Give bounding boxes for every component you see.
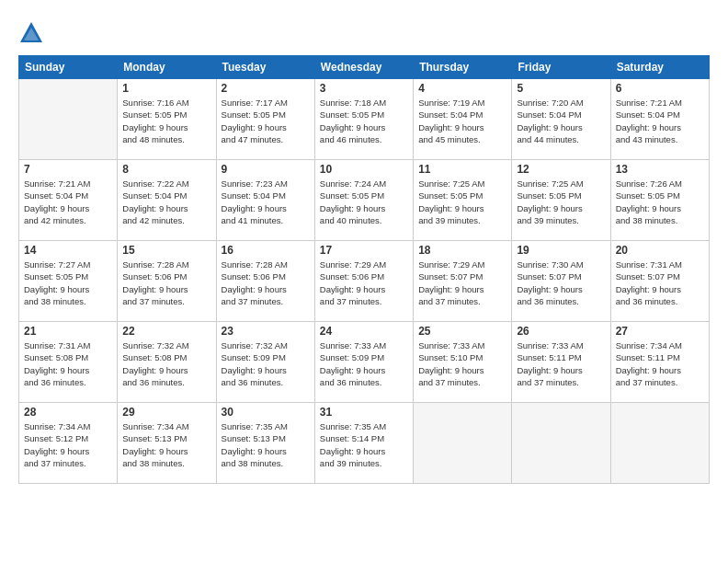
- day-of-week-header: Tuesday: [216, 56, 314, 79]
- day-number: 19: [517, 244, 605, 257]
- day-info: Sunrise: 7:25 AM Sunset: 5:05 PM Dayligh…: [418, 178, 506, 226]
- day-of-week-header: Friday: [512, 56, 610, 79]
- calendar-cell: 2Sunrise: 7:17 AM Sunset: 5:05 PM Daylig…: [216, 79, 314, 160]
- day-number: 27: [616, 325, 704, 338]
- day-info: Sunrise: 7:19 AM Sunset: 5:04 PM Dayligh…: [418, 97, 506, 145]
- calendar-cell: 10Sunrise: 7:24 AM Sunset: 5:05 PM Dayli…: [314, 160, 413, 241]
- calendar-cell: 11Sunrise: 7:25 AM Sunset: 5:05 PM Dayli…: [414, 160, 512, 241]
- calendar-cell: 17Sunrise: 7:29 AM Sunset: 5:06 PM Dayli…: [314, 241, 413, 322]
- week-row: 21Sunrise: 7:31 AM Sunset: 5:08 PM Dayli…: [19, 322, 710, 403]
- calendar-cell: 30Sunrise: 7:35 AM Sunset: 5:13 PM Dayli…: [216, 403, 314, 484]
- calendar-cell: 15Sunrise: 7:28 AM Sunset: 5:06 PM Dayli…: [118, 241, 216, 322]
- day-info: Sunrise: 7:27 AM Sunset: 5:05 PM Dayligh…: [24, 259, 112, 307]
- day-number: 15: [122, 244, 210, 257]
- calendar-cell: 28Sunrise: 7:34 AM Sunset: 5:12 PM Dayli…: [19, 403, 118, 484]
- day-number: 20: [616, 244, 704, 257]
- day-number: 28: [24, 406, 112, 419]
- day-number: 1: [122, 82, 210, 95]
- week-row: 14Sunrise: 7:27 AM Sunset: 5:05 PM Dayli…: [19, 241, 710, 322]
- day-number: 10: [320, 163, 408, 176]
- day-info: Sunrise: 7:29 AM Sunset: 5:06 PM Dayligh…: [320, 259, 408, 307]
- day-info: Sunrise: 7:25 AM Sunset: 5:05 PM Dayligh…: [517, 178, 605, 226]
- day-number: 14: [24, 244, 112, 257]
- calendar-cell: 4Sunrise: 7:19 AM Sunset: 5:04 PM Daylig…: [414, 79, 512, 160]
- day-info: Sunrise: 7:16 AM Sunset: 5:05 PM Dayligh…: [122, 97, 210, 145]
- calendar-cell: 23Sunrise: 7:32 AM Sunset: 5:09 PM Dayli…: [216, 322, 314, 403]
- calendar-cell: 20Sunrise: 7:31 AM Sunset: 5:07 PM Dayli…: [610, 241, 709, 322]
- day-info: Sunrise: 7:21 AM Sunset: 5:04 PM Dayligh…: [24, 178, 112, 226]
- day-info: Sunrise: 7:34 AM Sunset: 5:13 PM Dayligh…: [122, 420, 210, 469]
- day-info: Sunrise: 7:31 AM Sunset: 5:08 PM Dayligh…: [24, 339, 112, 388]
- calendar-cell: 29Sunrise: 7:34 AM Sunset: 5:13 PM Dayli…: [118, 403, 216, 484]
- calendar-cell: 22Sunrise: 7:32 AM Sunset: 5:08 PM Dayli…: [118, 322, 216, 403]
- calendar-cell: 21Sunrise: 7:31 AM Sunset: 5:08 PM Dayli…: [19, 322, 118, 403]
- day-info: Sunrise: 7:32 AM Sunset: 5:09 PM Dayligh…: [222, 339, 310, 388]
- day-number: 7: [24, 163, 112, 176]
- days-header-row: SundayMondayTuesdayWednesdayThursdayFrid…: [19, 56, 710, 79]
- calendar-cell: 12Sunrise: 7:25 AM Sunset: 5:05 PM Dayli…: [512, 160, 610, 241]
- day-number: 8: [122, 163, 210, 176]
- day-number: 3: [320, 82, 408, 95]
- calendar-cell: [19, 79, 118, 160]
- day-number: 30: [222, 406, 310, 419]
- header: [18, 17, 710, 46]
- calendar-cell: [610, 403, 709, 484]
- day-info: Sunrise: 7:28 AM Sunset: 5:06 PM Dayligh…: [222, 259, 310, 307]
- calendar-cell: 31Sunrise: 7:35 AM Sunset: 5:14 PM Dayli…: [314, 403, 413, 484]
- day-of-week-header: Sunday: [19, 56, 118, 79]
- calendar-cell: 27Sunrise: 7:34 AM Sunset: 5:11 PM Dayli…: [610, 322, 709, 403]
- day-info: Sunrise: 7:35 AM Sunset: 5:13 PM Dayligh…: [222, 420, 310, 469]
- day-info: Sunrise: 7:32 AM Sunset: 5:08 PM Dayligh…: [122, 339, 210, 388]
- calendar-cell: 5Sunrise: 7:20 AM Sunset: 5:04 PM Daylig…: [512, 79, 610, 160]
- day-number: 23: [222, 325, 310, 338]
- day-number: 17: [320, 244, 408, 257]
- day-number: 12: [517, 163, 605, 176]
- day-number: 2: [222, 82, 310, 95]
- day-info: Sunrise: 7:17 AM Sunset: 5:05 PM Dayligh…: [222, 97, 310, 145]
- calendar-cell: 25Sunrise: 7:33 AM Sunset: 5:10 PM Dayli…: [414, 322, 512, 403]
- calendar-cell: [414, 403, 512, 484]
- calendar-cell: [512, 403, 610, 484]
- day-number: 5: [517, 82, 605, 95]
- page: SundayMondayTuesdayWednesdayThursdayFrid…: [0, 0, 728, 563]
- calendar-cell: 16Sunrise: 7:28 AM Sunset: 5:06 PM Dayli…: [216, 241, 314, 322]
- day-number: 6: [616, 82, 704, 95]
- calendar-cell: 26Sunrise: 7:33 AM Sunset: 5:11 PM Dayli…: [512, 322, 610, 403]
- day-number: 13: [616, 163, 704, 176]
- day-info: Sunrise: 7:28 AM Sunset: 5:06 PM Dayligh…: [122, 259, 210, 307]
- calendar-cell: 9Sunrise: 7:23 AM Sunset: 5:04 PM Daylig…: [216, 160, 314, 241]
- day-of-week-header: Thursday: [414, 56, 512, 79]
- day-info: Sunrise: 7:22 AM Sunset: 5:04 PM Dayligh…: [122, 178, 210, 226]
- calendar-cell: 19Sunrise: 7:30 AM Sunset: 5:07 PM Dayli…: [512, 241, 610, 322]
- day-of-week-header: Wednesday: [314, 56, 413, 79]
- day-info: Sunrise: 7:21 AM Sunset: 5:04 PM Dayligh…: [616, 97, 704, 145]
- week-row: 7Sunrise: 7:21 AM Sunset: 5:04 PM Daylig…: [19, 160, 710, 241]
- day-info: Sunrise: 7:33 AM Sunset: 5:11 PM Dayligh…: [517, 339, 605, 388]
- day-of-week-header: Monday: [118, 56, 216, 79]
- calendar-cell: 13Sunrise: 7:26 AM Sunset: 5:05 PM Dayli…: [610, 160, 709, 241]
- week-row: 1Sunrise: 7:16 AM Sunset: 5:05 PM Daylig…: [19, 79, 710, 160]
- day-info: Sunrise: 7:35 AM Sunset: 5:14 PM Dayligh…: [320, 420, 408, 469]
- calendar-cell: 6Sunrise: 7:21 AM Sunset: 5:04 PM Daylig…: [610, 79, 709, 160]
- day-info: Sunrise: 7:23 AM Sunset: 5:04 PM Dayligh…: [222, 178, 310, 226]
- logo: [18, 20, 48, 46]
- day-number: 18: [418, 244, 506, 257]
- day-number: 21: [24, 325, 112, 338]
- day-info: Sunrise: 7:18 AM Sunset: 5:05 PM Dayligh…: [320, 97, 408, 145]
- day-info: Sunrise: 7:20 AM Sunset: 5:04 PM Dayligh…: [517, 97, 605, 145]
- day-info: Sunrise: 7:34 AM Sunset: 5:12 PM Dayligh…: [24, 420, 112, 469]
- calendar-cell: 24Sunrise: 7:33 AM Sunset: 5:09 PM Dayli…: [314, 322, 413, 403]
- day-number: 9: [222, 163, 310, 176]
- calendar-cell: 14Sunrise: 7:27 AM Sunset: 5:05 PM Dayli…: [19, 241, 118, 322]
- calendar-cell: 3Sunrise: 7:18 AM Sunset: 5:05 PM Daylig…: [314, 79, 413, 160]
- week-row: 28Sunrise: 7:34 AM Sunset: 5:12 PM Dayli…: [19, 403, 710, 484]
- calendar-table: SundayMondayTuesdayWednesdayThursdayFrid…: [18, 55, 710, 484]
- day-number: 26: [517, 325, 605, 338]
- day-number: 22: [122, 325, 210, 338]
- logo-icon: [18, 20, 44, 46]
- day-info: Sunrise: 7:29 AM Sunset: 5:07 PM Dayligh…: [418, 259, 506, 307]
- day-info: Sunrise: 7:26 AM Sunset: 5:05 PM Dayligh…: [616, 178, 704, 226]
- day-number: 24: [320, 325, 408, 338]
- calendar-cell: 18Sunrise: 7:29 AM Sunset: 5:07 PM Dayli…: [414, 241, 512, 322]
- day-info: Sunrise: 7:31 AM Sunset: 5:07 PM Dayligh…: [616, 259, 704, 307]
